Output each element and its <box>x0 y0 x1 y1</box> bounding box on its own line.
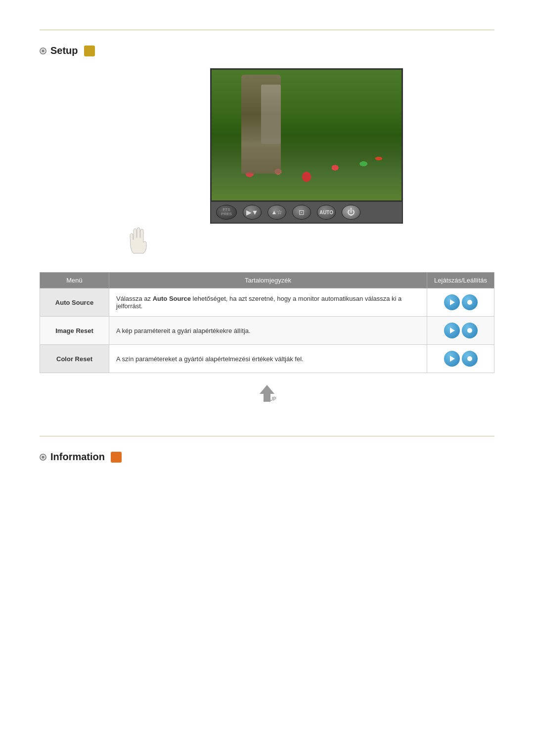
hand-cursor-icon <box>124 219 153 256</box>
up-arrow: UP <box>255 383 279 406</box>
setup-section: Setup FTSPRES ▶▼ ▲☆ ⊡ AUTO ⏻ Menü Tartal… <box>0 30 534 431</box>
table-cell-desc-autosource: Válassza az Auto Source lehetőséget, ha … <box>109 288 427 317</box>
svg-text:UP: UP <box>269 396 276 402</box>
btn-pair-autosource <box>444 294 478 310</box>
up-arrow-icon: UP <box>255 383 279 403</box>
setup-title-text: Setup <box>50 45 78 56</box>
stop-btn-imagereset[interactable] <box>462 323 478 338</box>
table-cell-menu-autosource: Auto Source <box>40 288 109 317</box>
table-cell-menu-colorreset: Color Reset <box>40 345 109 373</box>
table-header-playback: Lejátszás/Leállítás <box>427 273 494 288</box>
setup-icon <box>84 46 95 56</box>
setup-title: Setup <box>40 45 494 56</box>
monitor-btn-menu[interactable]: ⊡ <box>292 205 311 220</box>
table-cell-btns-colorreset <box>427 345 494 373</box>
stop-btn-autosource[interactable] <box>462 294 478 310</box>
monitor-screen-image <box>212 70 401 200</box>
monitor-btn-power[interactable]: ⏻ <box>342 205 360 220</box>
information-title-text: Information <box>50 451 105 463</box>
setup-table: Menü Tartalomjegyzék Lejátszás/Leállítás… <box>40 272 494 373</box>
table-cell-desc-colorreset: A szín paramétereket a gyártói alapértel… <box>109 345 427 373</box>
play-btn-imagereset[interactable] <box>444 323 460 338</box>
play-btn-colorreset[interactable] <box>444 351 460 367</box>
information-icon <box>111 452 122 463</box>
table-cell-desc-imagereset: A kép paramétereit a gyári alapértékekre… <box>109 317 427 345</box>
information-title: Information <box>40 451 494 463</box>
btn-pair-imagereset <box>444 323 478 338</box>
table-cell-btns-imagereset <box>427 317 494 345</box>
btn-pair-colorreset <box>444 351 478 367</box>
table-row: Auto Source Válassza az Auto Source lehe… <box>40 288 494 317</box>
information-bullet <box>40 454 46 461</box>
monitor-base: FTSPRES ▶▼ ▲☆ ⊡ AUTO ⏻ <box>210 202 403 224</box>
table-cell-menu-imagereset: Image Reset <box>40 317 109 345</box>
table-cell-btns-autosource <box>427 288 494 317</box>
stop-btn-colorreset[interactable] <box>462 351 478 367</box>
play-btn-autosource[interactable] <box>444 294 460 310</box>
table-header-content: Tartalomjegyzék <box>109 273 427 288</box>
table-row: Image Reset A kép paramétereit a gyári a… <box>40 317 494 345</box>
monitor-btn-brightness[interactable]: ▲☆ <box>267 205 286 220</box>
information-section: Information <box>0 436 534 484</box>
monitor-container: FTSPRES ▶▼ ▲☆ ⊡ AUTO ⏻ <box>119 68 494 257</box>
table-header-menu: Menü <box>40 273 109 288</box>
setup-bullet <box>40 47 46 54</box>
up-arrow-container: UP <box>40 383 494 406</box>
monitor-btn-auto[interactable]: AUTO <box>317 205 336 220</box>
monitor-btn-play[interactable]: ▶▼ <box>243 205 262 220</box>
monitor-screen <box>210 68 403 202</box>
table-row: Color Reset A szín paramétereket a gyárt… <box>40 345 494 373</box>
monitor-btn-fts[interactable]: FTSPRES <box>216 205 237 220</box>
hand-cursor-container <box>124 219 153 257</box>
